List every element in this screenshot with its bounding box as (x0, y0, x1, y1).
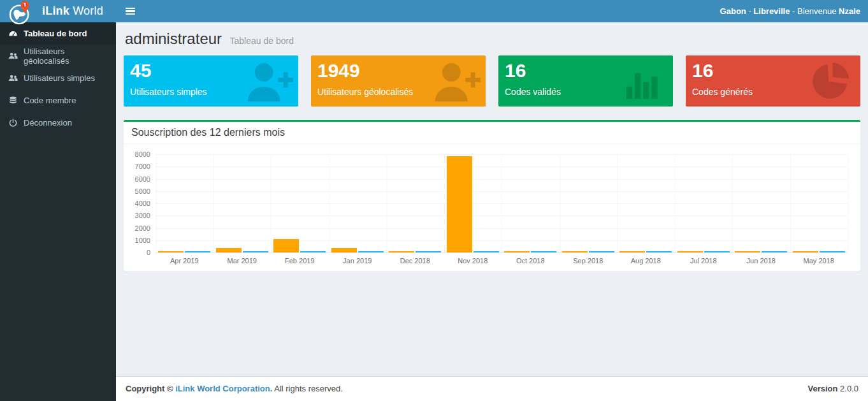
sidebar-item-utilisateurs-geolocalises[interactable]: Utilisateurs géolocalisés (0, 45, 116, 67)
sidebar: Tableau de bordUtilisateurs géolocalisés… (0, 22, 116, 401)
sidebar-item-label: Utilisateurs simples (24, 73, 95, 83)
chart-body: 010002000300040005000600070008000Apr 201… (124, 144, 860, 272)
chart-bar-series-1 (389, 251, 414, 252)
sidebar-item-label: Déconnexion (24, 118, 72, 128)
x-axis-label: Sep 2018 (561, 257, 615, 265)
chart-bar-series-2 (185, 251, 210, 252)
chart-bar-series-1 (216, 248, 242, 252)
chart-bar-series-1 (619, 251, 645, 252)
stat-card-codes-generes: 16Codes générés (686, 55, 860, 106)
x-axis-label: May 2018 (792, 257, 846, 265)
gridline-h (156, 252, 848, 253)
x-axis-label: Nov 2018 (446, 257, 500, 265)
brand[interactable]: $ iLink World (0, 0, 116, 22)
sidebar-item-tableau-de-bord[interactable]: Tableau de bord (0, 22, 116, 45)
subscription-chart: 010002000300040005000600070008000Apr 201… (129, 147, 855, 266)
page-footer: Copyright © iLink World Corporation. All… (116, 376, 868, 401)
gridline-v (617, 154, 618, 252)
pie-chart-icon (806, 59, 855, 103)
chart-bar-series-2 (646, 251, 672, 252)
chart-bar-series-2 (243, 251, 268, 252)
y-axis-tick: 3000 (129, 212, 150, 219)
x-axis-label: Feb 2019 (273, 257, 326, 265)
y-axis-tick: 6000 (129, 175, 150, 183)
x-axis-label: Aug 2018 (619, 257, 672, 265)
x-axis-label: Mar 2019 (215, 257, 269, 265)
y-axis-tick: 5000 (129, 187, 150, 195)
gridline-v (386, 154, 387, 252)
hamburger-icon (126, 8, 135, 10)
stat-card-utilisateurs-geolocalises: 1949Utilisateurs géolocalisés (311, 55, 486, 106)
x-axis-label: Oct 2018 (503, 257, 557, 265)
gridline-v (502, 154, 502, 252)
chart-bar-series-2 (704, 251, 730, 252)
sidebar-menu: Tableau de bordUtilisateurs géolocalisés… (0, 22, 116, 134)
y-axis-tick: 7000 (129, 163, 150, 170)
chart-bar-series-2 (358, 251, 384, 252)
database-icon (8, 96, 18, 105)
bar-chart-icon (618, 59, 668, 103)
y-axis-tick: 8000 (129, 150, 150, 158)
sidebar-item-label: Utilisateurs géolocalisés (24, 47, 110, 66)
gridline-v (560, 154, 560, 252)
power-icon (8, 118, 18, 128)
chart-bar-series-2 (589, 251, 614, 252)
user-plus-icon (243, 59, 293, 103)
gridline-v (271, 154, 271, 252)
version-text: Version 2.0.0 (808, 384, 859, 394)
dashboard-icon (8, 29, 18, 38)
x-axis-label: Apr 2019 (157, 257, 211, 265)
sidebar-item-deconnexion[interactable]: Déconnexion (0, 112, 116, 134)
gridline-v (675, 154, 676, 252)
gridline-v (213, 154, 214, 252)
chart-bar-series-1 (158, 251, 184, 252)
subscription-chart-box: Souscription des 12 derniers mois 010002… (124, 120, 860, 272)
main-content: administrateur Tableau de bord 45Utilisa… (116, 22, 868, 376)
y-axis-tick: 0 (129, 249, 150, 256)
sidebar-item-code-membre[interactable]: Code membre (0, 89, 116, 112)
users-icon (8, 51, 18, 61)
chart-bar-series-1 (677, 251, 703, 252)
chart-bar-series-1 (735, 251, 760, 252)
sidebar-toggle-button[interactable] (116, 0, 144, 22)
chart-bar-series-2 (820, 251, 845, 252)
x-axis-label: Jan 2019 (331, 257, 384, 265)
page-head: administrateur Tableau de bord (125, 30, 859, 48)
stat-card-utilisateurs-simples: 45Utilisateurs simples (124, 55, 298, 106)
chart-bar-series-1 (273, 239, 299, 252)
brand-name: iLink World (42, 4, 103, 18)
globe-pin-logo-icon: $ (9, 0, 32, 26)
page-subtitle: Tableau de bord (230, 36, 294, 46)
sidebar-item-label: Tableau de bord (24, 29, 87, 38)
x-axis-label: Dec 2018 (388, 257, 442, 265)
chart-bar-series-2 (531, 251, 556, 252)
gridline-v (732, 154, 733, 252)
stat-card-codes-valides: 16Codes validés (498, 55, 673, 106)
gridline-v (329, 154, 329, 252)
greeting-username: Nzale (839, 6, 860, 16)
svg-text:$: $ (24, 3, 26, 8)
chart-bar-series-1 (793, 251, 818, 252)
company-link[interactable]: iLink World Corporation. (175, 384, 272, 393)
user-greeting[interactable]: Gabon - Libreville - Bienvenue Nzale (720, 0, 868, 22)
copyright-text: Copyright © iLink World Corporation. All… (126, 384, 343, 394)
gridline-v (848, 154, 848, 252)
gridline-v (790, 154, 791, 252)
chart-title: Souscription des 12 derniers mois (124, 122, 860, 144)
gridline-v (444, 154, 445, 252)
greeting-country: Gabon (720, 6, 746, 16)
chart-bar-series-2 (300, 251, 326, 252)
navbar-spacer (144, 0, 720, 22)
sidebar-item-utilisateurs-simples[interactable]: Utilisateurs simples (0, 67, 116, 89)
x-axis-label: Jul 2018 (677, 257, 730, 265)
users-icon (8, 73, 18, 83)
chart-bar-series-1 (562, 251, 588, 252)
gridline-v (156, 154, 156, 252)
chart-bar-series-2 (474, 251, 499, 252)
chart-bar-series-1 (331, 248, 357, 252)
x-axis-label: Jun 2018 (734, 257, 788, 265)
chart-bar-series-2 (416, 251, 441, 252)
greeting-city: Libreville (753, 6, 790, 16)
chart-bar-series-2 (762, 251, 787, 252)
y-axis-tick: 4000 (129, 200, 150, 207)
